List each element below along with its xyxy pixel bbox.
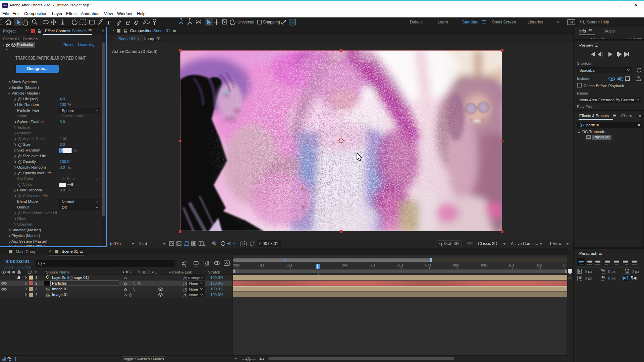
svg-text:T: T <box>107 19 111 26</box>
